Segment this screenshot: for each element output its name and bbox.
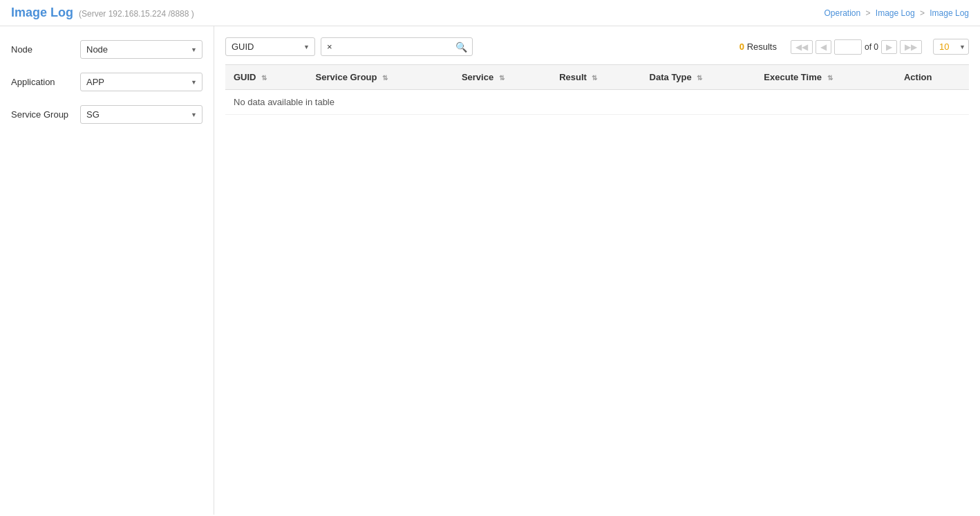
search-field-select[interactable]: GUID Service Group Service Result Data T… xyxy=(225,37,315,56)
page-of: of 0 xyxy=(865,42,878,52)
node-row: Node Node xyxy=(11,40,202,59)
application-select-wrapper: APP xyxy=(80,73,202,91)
application-row: Application APP xyxy=(11,73,202,91)
col-service-label: Service xyxy=(462,72,493,82)
service-group-select[interactable]: SG xyxy=(80,105,202,124)
service-group-row: Service Group SG xyxy=(11,105,202,124)
col-action-label: Action xyxy=(904,72,932,82)
application-label: Application xyxy=(11,77,80,87)
data-table: GUID ⇅ Service Group ⇅ Service ⇅ Result … xyxy=(225,64,969,115)
page-input[interactable] xyxy=(834,39,862,55)
col-service-group-sort-icon[interactable]: ⇅ xyxy=(382,74,388,82)
pagination: ◀◀ ◀ of 0 ▶ ▶▶ xyxy=(791,39,922,55)
node-select[interactable]: Node xyxy=(80,40,202,59)
col-result-label: Result xyxy=(559,72,587,82)
col-result-sort-icon[interactable]: ⇅ xyxy=(592,74,597,82)
node-select-wrapper: Node xyxy=(80,40,202,59)
search-field-wrapper: GUID Service Group Service Result Data T… xyxy=(225,37,315,56)
col-execute-time-sort-icon[interactable]: ⇅ xyxy=(827,74,833,82)
last-page-button[interactable]: ▶▶ xyxy=(900,40,922,54)
breadcrumb-image-log[interactable]: Image Log xyxy=(876,8,915,18)
col-service: Service ⇅ xyxy=(453,65,551,90)
first-page-button[interactable]: ◀◀ xyxy=(791,40,813,54)
header-left: Image Log (Server 192.168.15.224 /8888 ) xyxy=(11,6,194,20)
col-execute-time-label: Execute Time xyxy=(764,72,822,82)
breadcrumb-current: Image Log xyxy=(930,8,969,18)
server-info: (Server 192.168.15.224 /8888 ) xyxy=(79,9,194,19)
results-label: Results xyxy=(747,42,777,52)
page-title: Image Log xyxy=(11,6,73,20)
breadcrumb: Operation > Image Log > Image Log xyxy=(824,8,969,18)
no-data-message: No data available in table xyxy=(225,90,969,115)
col-service-group: Service Group ⇅ xyxy=(308,65,453,90)
table-body: No data available in table xyxy=(225,90,969,115)
no-data-row: No data available in table xyxy=(225,90,969,115)
breadcrumb-operation[interactable]: Operation xyxy=(824,8,860,18)
col-data-type: Data Type ⇅ xyxy=(641,65,756,90)
search-icon[interactable]: 🔍 xyxy=(455,42,467,53)
col-service-sort-icon[interactable]: ⇅ xyxy=(499,74,505,82)
col-guid: GUID ⇅ xyxy=(225,65,308,90)
node-label: Node xyxy=(11,44,80,55)
application-select[interactable]: APP xyxy=(80,73,202,91)
search-input[interactable] xyxy=(321,37,473,56)
search-input-wrapper: 🔍 xyxy=(321,37,473,56)
col-guid-label: GUID xyxy=(234,72,256,82)
col-result: Result ⇅ xyxy=(551,65,641,90)
table-header-row: GUID ⇅ Service Group ⇅ Service ⇅ Result … xyxy=(225,65,969,90)
col-data-type-label: Data Type xyxy=(650,72,692,82)
service-group-select-wrapper: SG xyxy=(80,105,202,124)
col-service-group-label: Service Group xyxy=(316,72,377,82)
results-info: 0 Results xyxy=(739,42,777,52)
sidebar: Node Node Application APP Service Group … xyxy=(0,26,214,515)
col-execute-time: Execute Time ⇅ xyxy=(755,65,896,90)
col-data-type-sort-icon[interactable]: ⇅ xyxy=(697,74,702,82)
col-action: Action xyxy=(896,65,969,90)
results-count: 0 xyxy=(739,42,744,52)
page-header: Image Log (Server 192.168.15.224 /8888 )… xyxy=(0,0,980,26)
toolbar: GUID Service Group Service Result Data T… xyxy=(225,37,969,56)
per-page-wrapper: 10 25 50 100 xyxy=(933,39,969,55)
prev-page-button[interactable]: ◀ xyxy=(816,40,831,54)
next-page-button[interactable]: ▶ xyxy=(881,40,897,54)
content-area: GUID Service Group Service Result Data T… xyxy=(214,26,980,515)
service-group-label: Service Group xyxy=(11,109,80,120)
main-container: Node Node Application APP Service Group … xyxy=(0,26,980,515)
col-guid-sort-icon[interactable]: ⇅ xyxy=(261,74,267,82)
per-page-select[interactable]: 10 25 50 100 xyxy=(933,39,969,55)
